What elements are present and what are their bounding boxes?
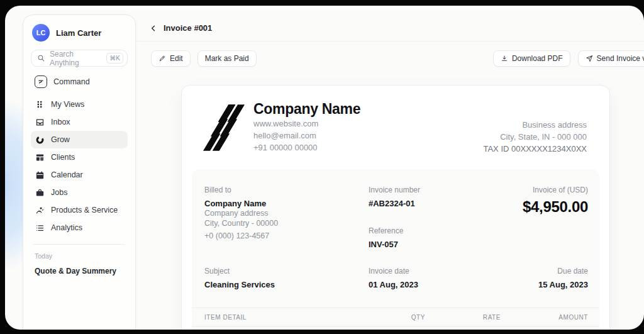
sidebar-item-inbox[interactable]: Inbox xyxy=(31,113,128,131)
user-profile[interactable]: LC Liam Carter xyxy=(31,23,128,50)
page-header: Invoice #001 xyxy=(135,6,644,42)
reference-label: Reference xyxy=(369,226,403,235)
due-date-value: 15 Aug, 2023 xyxy=(538,280,588,289)
page-title: Invoice #001 xyxy=(164,23,212,33)
invoice-card-header: Company Name www.website.com hello@email… xyxy=(182,86,609,169)
sidebar-item-clients[interactable]: Clients xyxy=(31,148,128,166)
section-label-today: Today xyxy=(35,252,124,260)
download-pdf-button[interactable]: Download PDF xyxy=(493,50,570,67)
sidebar-item-label: Jobs xyxy=(51,188,67,197)
business-tax-id: TAX ID 00XXXXX1234X0XX xyxy=(483,143,587,155)
business-address-block: Business address City, State, IN - 000 0… xyxy=(483,119,587,155)
reference-block: Reference INV-057 xyxy=(369,226,403,249)
analytics-list-icon xyxy=(35,223,45,233)
search-placeholder: Search Anything xyxy=(50,50,102,67)
reference-value: INV-057 xyxy=(369,240,403,249)
send-invoice-button[interactable]: Send Invoice via Email xyxy=(578,50,644,67)
company-email: hello@email.com xyxy=(253,130,360,142)
grid-dots-icon xyxy=(35,99,45,109)
billed-to-address2: City, Country - 00000 xyxy=(204,218,278,228)
sidebar-nav: My Views Inbox Grow Clients Cale xyxy=(31,96,128,237)
company-website: www.website.com xyxy=(253,118,360,130)
invoice-amount-label: Invoice of (USD) xyxy=(523,186,588,194)
sidebar-item-label: Command xyxy=(53,77,90,86)
invoice-date-label: Invoice date xyxy=(369,267,418,276)
search-shortcut-badge: ⌘K xyxy=(106,53,123,64)
billed-to-phone: +0 (000) 123-4567 xyxy=(204,231,278,241)
sidebar-item-label: My Views xyxy=(51,100,84,109)
sidebar-item-label: Inbox xyxy=(51,118,70,126)
sidebar-item-products-service[interactable]: Products & Service xyxy=(31,201,128,219)
sidebar-item-grow[interactable]: Grow xyxy=(31,131,128,148)
subject-value: Cleaning Services xyxy=(204,280,275,289)
billed-to-label: Billed to xyxy=(204,186,278,194)
grow-icon xyxy=(35,135,45,145)
download-icon xyxy=(501,55,508,62)
subject-block: Subject Cleaning Services xyxy=(204,267,275,289)
sidebar-item-calendar[interactable]: Calendar xyxy=(31,166,128,184)
invoice-number-label: Invoice number xyxy=(369,186,420,194)
avatar: LC xyxy=(32,24,50,42)
sidebar-item-command[interactable]: Command xyxy=(31,73,128,96)
company-logo xyxy=(203,104,245,151)
sidebar-item-label: Clients xyxy=(51,153,75,162)
pencil-icon xyxy=(158,55,166,62)
sidebar-item-label: Analytics xyxy=(51,223,82,232)
sidebar-item-quote-day-summery[interactable]: Quote & Day Summery xyxy=(35,267,124,276)
calendar-icon xyxy=(35,170,45,180)
toolbar-left: Edit Mark as Paid xyxy=(151,50,257,67)
business-address-line1: Business address xyxy=(483,119,587,131)
business-address-line2: City, State, IN - 000 000 xyxy=(483,131,587,143)
invoice-number-block: Invoice number #AB2324-01 xyxy=(369,186,420,208)
column-header-qty: QTY xyxy=(350,314,425,321)
invoice-card: Company Name www.website.com hello@email… xyxy=(181,85,610,330)
due-date-block: Due date 15 Aug, 2023 xyxy=(538,267,588,289)
briefcase-icon xyxy=(35,187,45,198)
invoice-number-value: #AB2324-01 xyxy=(369,199,420,208)
billed-to-block: Billed to Company Name Company address C… xyxy=(204,186,278,241)
main-content: Invoice #001 Edit Mark as Paid xyxy=(135,6,644,330)
billed-to-address1: Company address xyxy=(204,208,278,218)
invoice-amount-block: Invoice of (USD) $4,950.00 xyxy=(523,186,588,216)
invoice-date-value: 01 Aug, 2023 xyxy=(369,280,418,289)
invoice-amount-value: $4,950.00 xyxy=(523,198,588,216)
sidebar-item-jobs[interactable]: Jobs xyxy=(31,184,128,201)
toolbar: Edit Mark as Paid Download PDF S xyxy=(135,42,644,67)
company-info: Company Name www.website.com hello@email… xyxy=(253,101,360,153)
sidebar: LC Liam Carter Search Anything ⌘K Comman… xyxy=(23,14,136,330)
due-date-label: Due date xyxy=(538,267,588,276)
subject-label: Subject xyxy=(204,267,275,276)
back-button[interactable] xyxy=(149,24,158,33)
sidebar-item-label: Products & Service xyxy=(51,206,118,214)
sidebar-item-label: Grow xyxy=(51,135,70,144)
inbox-icon xyxy=(35,117,45,127)
sidebar-item-label: Calendar xyxy=(51,170,83,179)
column-header-amount: AMOUNT xyxy=(501,314,588,321)
search-icon xyxy=(37,54,45,62)
company-phone: +91 00000 00000 xyxy=(253,142,360,153)
send-icon xyxy=(586,55,593,62)
mark-as-paid-button[interactable]: Mark as Paid xyxy=(197,50,257,67)
clients-icon xyxy=(35,152,45,162)
column-header-item-detail: ITEM DETAIL xyxy=(204,314,350,321)
edit-button[interactable]: Edit xyxy=(151,50,191,67)
sidebar-divider xyxy=(33,244,125,245)
sidebar-item-analytics[interactable]: Analytics xyxy=(31,219,128,237)
user-name: Liam Carter xyxy=(56,28,101,38)
invoice-date-block: Invoice date 01 Aug, 2023 xyxy=(369,267,418,289)
company-name: Company Name xyxy=(253,101,360,118)
invoice-details-panel: Billed to Company Name Company address C… xyxy=(192,169,599,330)
toolbar-right: Download PDF Send Invoice via Email xyxy=(493,50,644,67)
app-window: LC Liam Carter Search Anything ⌘K Comman… xyxy=(5,6,644,330)
billed-to-name: Company Name xyxy=(204,199,278,208)
products-service-icon xyxy=(35,205,45,215)
sidebar-item-my-views[interactable]: My Views xyxy=(31,96,128,113)
column-header-rate: RATE xyxy=(425,314,501,321)
line-items-table-header: ITEM DETAIL QTY RATE AMOUNT xyxy=(192,308,599,326)
search-input[interactable]: Search Anything ⌘K xyxy=(31,50,128,67)
command-logo-icon xyxy=(35,75,47,88)
